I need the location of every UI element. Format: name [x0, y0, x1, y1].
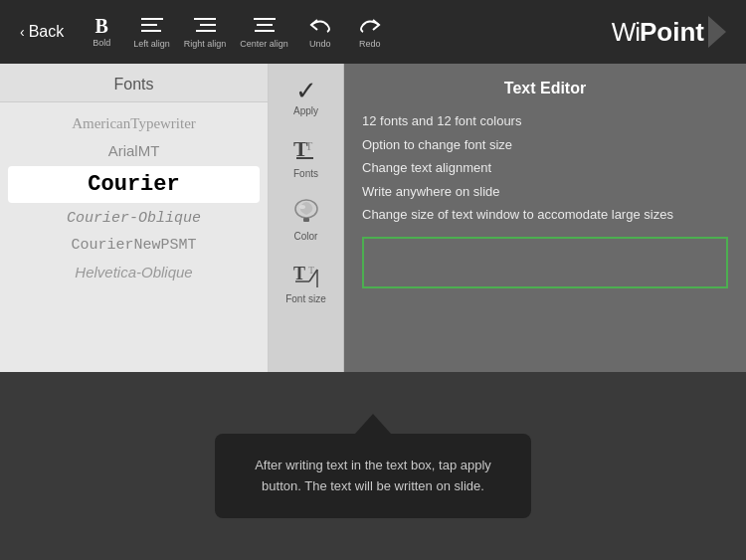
bold-tool[interactable]: B Bold: [84, 16, 119, 48]
fonts-panel-title: Fonts: [0, 64, 268, 102]
font-size-label: Font size: [285, 293, 326, 304]
back-button[interactable]: ‹ Back: [10, 23, 74, 41]
svg-text:T: T: [293, 264, 305, 283]
undo-icon: [309, 16, 331, 37]
app-logo: Wi Point: [612, 16, 726, 48]
tooltip-text: After writing text in the text box, tap …: [255, 458, 491, 493]
tooltip-box: After writing text in the text box, tap …: [215, 434, 531, 519]
text-input-area[interactable]: [362, 237, 728, 288]
apply-label: Apply: [293, 105, 318, 116]
left-align-icon: [141, 16, 163, 37]
svg-rect-3: [194, 18, 216, 20]
font-item-helvetica-oblique[interactable]: Helvetica-Oblique: [0, 259, 268, 285]
back-chevron-icon: ‹: [20, 24, 25, 40]
undo-label: Undo: [309, 39, 331, 49]
apply-control[interactable]: ✓ Apply: [275, 70, 338, 124]
right-align-tool[interactable]: Right align: [184, 16, 227, 49]
list-item: 12 fonts and 12 font colours: [362, 109, 728, 133]
svg-rect-2: [141, 30, 161, 32]
fonts-icon: T T: [291, 134, 321, 166]
apply-icon: ✓: [295, 78, 317, 103]
content-panel: Text Editor 12 fonts and 12 font colours…: [344, 64, 746, 372]
font-item-arialmt[interactable]: ArialMT: [0, 137, 268, 164]
fonts-list: AmericanTypewriter ArialMT Courier Couri…: [0, 102, 268, 293]
redo-tool[interactable]: Redo: [352, 16, 388, 49]
logo-wi: Wi: [612, 17, 640, 48]
left-align-label: Left align: [133, 39, 170, 49]
right-align-icon: [194, 16, 216, 37]
back-label: Back: [29, 23, 65, 41]
svg-rect-7: [257, 24, 273, 26]
content-list: 12 fonts and 12 font colours Option to c…: [362, 109, 728, 227]
svg-rect-14: [303, 218, 309, 222]
svg-rect-1: [141, 24, 157, 26]
svg-rect-8: [255, 30, 275, 32]
left-align-tool[interactable]: Left align: [133, 16, 170, 49]
undo-tool[interactable]: Undo: [302, 16, 338, 49]
color-label: Color: [294, 231, 318, 242]
tooltip-arrow: [355, 414, 391, 434]
main-area: Fonts AmericanTypewriter ArialMT Courier…: [0, 64, 746, 372]
font-item-courier-oblique[interactable]: Courier-Oblique: [0, 205, 268, 232]
svg-rect-4: [200, 24, 216, 26]
toolbar: ‹ Back B Bold Left align Right align Cen…: [0, 0, 746, 64]
svg-rect-6: [254, 18, 276, 20]
content-title: Text Editor: [362, 80, 728, 97]
font-item-americantypewriter[interactable]: AmericanTypewriter: [0, 110, 268, 137]
fonts-panel: Fonts AmericanTypewriter ArialMT Courier…: [0, 64, 269, 372]
list-item: Change size of text window to accomodate…: [362, 203, 728, 227]
toolbar-tools: B Bold Left align Right align Center ali…: [84, 16, 388, 49]
svg-text:T: T: [305, 139, 313, 153]
center-align-label: Center align: [240, 39, 288, 49]
logo-triangle-icon: [708, 16, 726, 48]
font-size-icon: T T: [291, 260, 321, 291]
center-align-tool[interactable]: Center align: [240, 16, 288, 49]
font-item-couriernewpsmt[interactable]: CourierNewPSMT: [0, 232, 268, 259]
svg-rect-5: [196, 30, 216, 32]
svg-point-13: [299, 205, 305, 209]
redo-label: Redo: [359, 39, 381, 49]
right-align-label: Right align: [184, 39, 227, 49]
list-item: Change text alignment: [362, 156, 728, 180]
bold-label: Bold: [93, 38, 110, 48]
list-item: Option to change font size: [362, 133, 728, 157]
bottom-area: After writing text in the text box, tap …: [0, 372, 746, 560]
center-align-icon: [254, 16, 276, 37]
color-icon: [291, 197, 321, 229]
svg-rect-0: [141, 18, 163, 20]
fonts-control[interactable]: T T Fonts: [275, 126, 338, 187]
controls-panel: ✓ Apply T T Fonts Color: [269, 64, 344, 372]
font-item-courier[interactable]: Courier: [8, 166, 260, 203]
redo-icon: [359, 16, 381, 37]
logo-point: Point: [640, 17, 704, 48]
fonts-label: Fonts: [293, 168, 318, 179]
color-control[interactable]: Color: [275, 189, 338, 250]
font-size-control[interactable]: T T Font size: [275, 252, 338, 312]
svg-text:T: T: [308, 265, 314, 276]
list-item: Write anywhere on slide: [362, 180, 728, 204]
bold-icon: B: [95, 16, 108, 36]
